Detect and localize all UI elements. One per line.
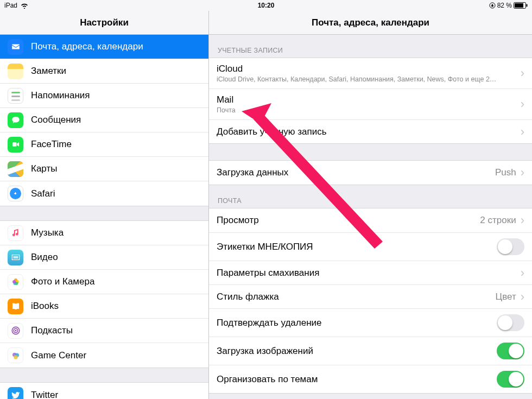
sidebar-item-mail[interactable]: Почта, адреса, календари bbox=[0, 35, 208, 59]
settings-sidebar[interactable]: Почта, адреса, календари Заметки Напомин… bbox=[0, 35, 209, 399]
preview-lines-row[interactable]: Просмотр 2 строки › bbox=[209, 208, 532, 232]
accounts-group-header: УЧЕТНЫЕ ЗАПИСИ bbox=[209, 35, 532, 58]
sidebar-item-label: iBooks bbox=[31, 301, 59, 312]
row-title: Подтверждать удаление bbox=[217, 318, 497, 328]
chevron-right-icon: › bbox=[521, 167, 524, 179]
ask-before-deleting-toggle[interactable] bbox=[497, 314, 524, 331]
load-remote-images-toggle[interactable] bbox=[497, 343, 524, 359]
sidebar-item-maps[interactable]: Карты bbox=[0, 157, 208, 181]
sidebar-item-label: Сообщения bbox=[31, 115, 81, 125]
svg-rect-2 bbox=[515, 3, 523, 8]
organize-by-thread-toggle[interactable] bbox=[497, 371, 524, 388]
reminders-icon bbox=[8, 88, 23, 104]
sidebar-item-messages[interactable]: Сообщения bbox=[0, 108, 208, 132]
clock: 10:20 bbox=[258, 2, 275, 9]
row-title: Добавить учетную запись bbox=[217, 126, 521, 137]
sidebar-item-label: Музыка bbox=[31, 227, 64, 238]
sidebar-item-facetime[interactable]: FaceTime bbox=[0, 132, 208, 157]
sidebar-item-safari[interactable]: Safari bbox=[0, 181, 208, 206]
sidebar-item-music[interactable]: Музыка bbox=[0, 221, 208, 245]
row-value: 2 строки bbox=[480, 215, 516, 226]
sidebar-item-twitter[interactable]: Twitter bbox=[0, 383, 208, 399]
account-row-mail[interactable]: Mail Почта › bbox=[209, 88, 532, 119]
podcasts-icon bbox=[8, 323, 23, 339]
sidebar-item-label: Заметки bbox=[31, 66, 66, 77]
svg-point-17 bbox=[14, 355, 18, 359]
sidebar-item-label: Напоминания bbox=[31, 90, 90, 101]
sidebar-item-ibooks[interactable]: iBooks bbox=[0, 294, 208, 319]
sidebar-item-label: Фото и Камера bbox=[31, 276, 94, 287]
organize-by-thread-row[interactable]: Организовать по темам bbox=[209, 365, 532, 393]
row-title: Организовать по темам bbox=[217, 374, 497, 385]
row-title: Параметры смахивания bbox=[217, 268, 521, 278]
row-subtitle: Почта bbox=[217, 106, 521, 114]
ibooks-icon bbox=[8, 299, 23, 314]
detail-pane[interactable]: УЧЕТНЫЕ ЗАПИСИ iCloud iCloud Drive, Конт… bbox=[209, 35, 532, 399]
sidebar-item-photos[interactable]: Фото и Камера bbox=[0, 270, 208, 294]
sidebar-title: Настройки bbox=[0, 11, 209, 34]
sidebar-item-notes[interactable]: Заметки bbox=[0, 59, 208, 84]
sidebar-item-label: Подкасты bbox=[31, 325, 73, 336]
sidebar-item-label: Видео bbox=[31, 252, 58, 263]
sidebar-item-podcasts[interactable]: Подкасты bbox=[0, 319, 208, 343]
twitter-icon bbox=[8, 387, 23, 399]
video-icon bbox=[8, 250, 23, 265]
row-title: Загрузка данных bbox=[217, 167, 495, 178]
row-title: Просмотр bbox=[217, 215, 480, 226]
svg-point-11 bbox=[12, 280, 16, 283]
sidebar-item-label: Почта, адреса, календари bbox=[31, 41, 143, 52]
status-bar: iPad 10:20 82 % bbox=[0, 0, 532, 11]
detail-title: Почта, адреса, календари bbox=[209, 11, 532, 34]
svg-rect-4 bbox=[12, 142, 17, 147]
sidebar-item-gamecenter[interactable]: Game Center bbox=[0, 343, 208, 368]
sidebar-item-label: Safari bbox=[31, 188, 55, 199]
fetch-group: Загрузка данных Push › bbox=[209, 160, 532, 185]
battery-percentage: 82 % bbox=[497, 2, 512, 9]
svg-rect-3 bbox=[527, 4, 528, 7]
swipe-options-row[interactable]: Параметры смахивания › bbox=[209, 261, 532, 284]
device-label: iPad bbox=[4, 2, 17, 9]
facetime-icon bbox=[8, 137, 23, 153]
sidebar-item-reminders[interactable]: Напоминания bbox=[0, 84, 208, 108]
to-cc-labels-toggle[interactable] bbox=[497, 238, 524, 255]
chevron-right-icon: › bbox=[521, 291, 524, 303]
mail-group-header: ПОЧТА bbox=[209, 185, 532, 208]
mail-icon bbox=[8, 39, 23, 55]
account-row-icloud[interactable]: iCloud iCloud Drive, Контакты, Календари… bbox=[209, 58, 532, 88]
sidebar-item-video[interactable]: Видео bbox=[0, 245, 208, 270]
mail-group: Просмотр 2 строки › Этикетки МНЕ/КОПИЯ П… bbox=[209, 208, 532, 394]
maps-icon bbox=[8, 161, 23, 177]
chevron-right-icon: › bbox=[521, 67, 524, 79]
ask-before-deleting-row[interactable]: Подтверждать удаление bbox=[209, 308, 532, 337]
sidebar-separator bbox=[0, 368, 208, 383]
to-cc-labels-row[interactable]: Этикетки МНЕ/КОПИЯ bbox=[209, 232, 532, 261]
accounts-group: iCloud iCloud Drive, Контакты, Календари… bbox=[209, 58, 532, 144]
row-subtitle: iCloud Drive, Контакты, Календари, Safar… bbox=[217, 75, 521, 83]
row-value: Цвет bbox=[496, 292, 516, 302]
sidebar-item-label: Карты bbox=[31, 163, 57, 174]
rotation-lock-icon bbox=[489, 2, 496, 9]
chevron-right-icon: › bbox=[521, 267, 524, 279]
add-account-row[interactable]: Добавить учетную запись › bbox=[209, 119, 532, 143]
chevron-right-icon: › bbox=[521, 214, 524, 226]
sidebar-item-label: Twitter bbox=[31, 390, 58, 400]
row-value: Push bbox=[495, 167, 516, 178]
sidebar-separator bbox=[0, 206, 208, 221]
battery-icon bbox=[514, 2, 528, 9]
chevron-right-icon: › bbox=[521, 126, 524, 138]
gamecenter-icon bbox=[8, 347, 23, 363]
flag-style-row[interactable]: Стиль флажка Цвет › bbox=[209, 284, 532, 308]
notes-icon bbox=[8, 64, 23, 79]
fetch-new-data-row[interactable]: Загрузка данных Push › bbox=[209, 161, 532, 185]
svg-point-14 bbox=[15, 330, 16, 332]
wifi-icon bbox=[21, 3, 28, 9]
chevron-right-icon: › bbox=[521, 98, 524, 110]
sidebar-item-label: Game Center bbox=[31, 350, 86, 361]
safari-icon bbox=[8, 186, 23, 201]
row-title: Загрузка изображений bbox=[217, 346, 497, 357]
row-title: Этикетки МНЕ/КОПИЯ bbox=[217, 242, 497, 252]
row-title: Mail bbox=[217, 94, 521, 105]
nav-header: Настройки Почта, адреса, календари bbox=[0, 11, 532, 35]
photos-icon bbox=[8, 274, 23, 290]
load-remote-images-row[interactable]: Загрузка изображений bbox=[209, 337, 532, 365]
